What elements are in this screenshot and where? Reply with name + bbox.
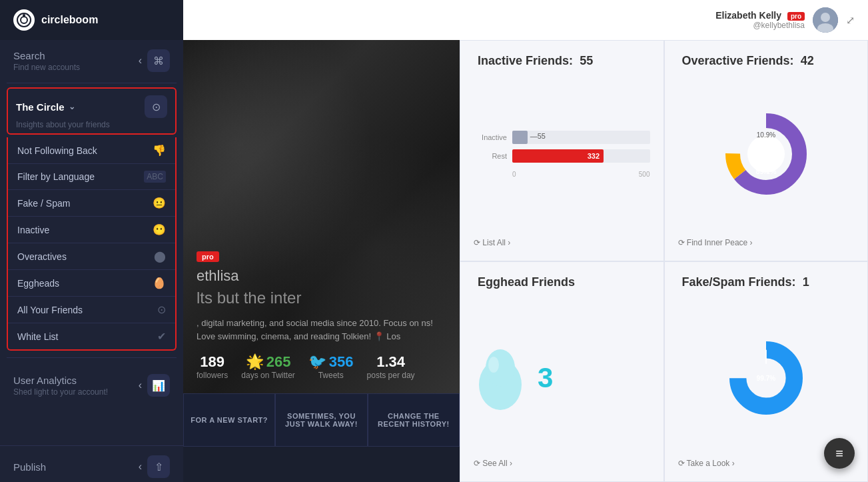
egg-svg — [474, 345, 527, 411]
analytics-action-btn[interactable]: 📊 — [147, 374, 170, 397]
fake-spam-donut-container: 99.7% — [678, 297, 855, 459]
all-friends-icon: ⊙ — [157, 303, 166, 316]
followers-count: 189 — [200, 353, 224, 371]
inactive-list-all-link[interactable]: ⟳ List All › — [474, 238, 650, 247]
stat-followers: 189 followers — [197, 353, 228, 380]
bar-track-rest: 332 — [512, 149, 650, 163]
search-title: Search — [13, 50, 80, 61]
the-circle-header[interactable]: The Circle ⌄ ⊙ — [16, 95, 167, 118]
bar-label-rest: Rest — [474, 152, 507, 160]
stat-posts-per-day: 1.34 posts per day — [367, 353, 415, 380]
eggheads-label: Eggheads — [17, 278, 59, 289]
overactives-icon: ⬤ — [154, 250, 166, 263]
search-action-btn[interactable]: ⌘ — [147, 49, 170, 72]
days-count: 🌟265 — [246, 353, 291, 371]
tweets-label: Tweets — [318, 371, 344, 380]
posts-per-day-count: 1.34 — [376, 353, 405, 371]
days-label: days on Twitter — [241, 371, 294, 380]
egghead-friends-title: Egghead Friends — [474, 275, 650, 289]
the-circle-title: The Circle ⌄ — [16, 101, 75, 113]
the-circle-settings-btn[interactable]: ⊙ — [145, 95, 167, 118]
promo-cards: FOR A NEW START? SOMETIMES, YOU JUST WAL… — [183, 393, 460, 447]
share-icon: ⌘ — [153, 55, 164, 67]
profile-pro-tag: pro — [197, 251, 219, 262]
expand-icon[interactable]: ⤢ — [846, 14, 855, 27]
bar-row-rest: Rest 332 — [474, 149, 650, 163]
not-following-back-label: Not Following Back — [17, 145, 97, 156]
eggheads-icon: 🥚 — [153, 277, 166, 289]
submenu-item-not-following-back[interactable]: Not Following Back 👎 — [8, 137, 175, 164]
filter-language-label: Filter by Language — [17, 171, 95, 182]
circle-settings-icon: ⊙ — [152, 101, 161, 113]
profile-panel: pro ethlisa lts but the inter , digital … — [183, 40, 460, 482]
stat-tweets: 🐦356 Tweets — [308, 353, 354, 380]
fake-spam-icon: 😐 — [153, 197, 166, 209]
promo-card-walk-away[interactable]: SOMETIMES, YOU JUST WALK AWAY! — [275, 393, 367, 447]
svg-text:89.1%: 89.1% — [755, 167, 776, 175]
overactives-label: Overactives — [17, 251, 67, 262]
submenu-item-eggheads[interactable]: Eggheads 🥚 — [8, 270, 175, 297]
analytics-header[interactable]: User Analytics Shed light to your accoun… — [13, 374, 170, 397]
search-subtitle: Find new accounts — [13, 63, 80, 72]
all-friends-label: All Your Friends — [17, 305, 83, 315]
promo-card-recent-history[interactable]: CHANGE THE RECENT HISTORY! — [368, 393, 460, 447]
svg-point-1 — [21, 17, 27, 23]
divider-2 — [7, 357, 177, 358]
analytics-subtitle: Shed light to your account! — [13, 387, 108, 397]
bar-row-inactive: Inactive —55 — [474, 131, 650, 144]
inactive-friends-panel: Inactive Friends: 55 Inactive —55 Rest — [460, 40, 664, 261]
submenu-item-white-list[interactable]: White List ✔ — [8, 323, 175, 349]
overactive-donut-chart: 10.9% 89.1% — [723, 111, 809, 197]
avatar — [813, 7, 838, 33]
search-section: Search Find new accounts ‹ ⌘ — [0, 40, 183, 79]
inactive-friends-title: Inactive Friends: 55 — [474, 54, 650, 68]
overactive-find-peace-link[interactable]: ⟳ Find Inner Peace › — [678, 238, 855, 247]
submenu-item-overactives[interactable]: Overactives ⬤ — [8, 243, 175, 270]
user-name: Elizabeth Kelly pro — [715, 10, 805, 21]
profile-tagline: lts but the inter — [197, 289, 301, 307]
promo-card-new-start[interactable]: FOR A NEW START? — [183, 393, 275, 447]
inactive-label: Inactive — [17, 225, 49, 235]
search-header[interactable]: Search Find new accounts ‹ ⌘ — [13, 49, 170, 72]
sidebar: circleboom Search Find new accounts ‹ ⌘ … — [0, 0, 183, 482]
submenu-item-fake-spam[interactable]: Fake / Spam 😐 — [8, 190, 175, 217]
analytics-title: User Analytics — [13, 375, 108, 386]
user-analytics-section: User Analytics Shed light to your accoun… — [0, 365, 183, 401]
overactive-donut-container: 10.9% 89.1% — [678, 76, 855, 233]
content-area: pro ethlisa lts but the inter , digital … — [183, 40, 868, 482]
egg-count: 3 — [538, 362, 553, 394]
logo-icon — [13, 9, 35, 31]
white-list-label: White List — [17, 331, 58, 342]
bar-fill-rest: 332 — [512, 149, 604, 163]
user-handle: @kellybethlisa — [715, 21, 805, 30]
profile-username: ethlisa — [197, 267, 239, 285]
filter-language-icon: ABC — [144, 171, 166, 183]
pro-badge: pro — [787, 12, 805, 21]
publish-icon: ⇧ — [155, 461, 163, 473]
stats-panels: Inactive Friends: 55 Inactive —55 Rest — [460, 40, 868, 482]
bar-fill-inactive — [512, 131, 528, 144]
topbar: Elizabeth Kelly pro @kellybethlisa ⤢ — [183, 0, 868, 40]
search-chevron: ‹ — [139, 55, 142, 67]
chart-axis: 0 500 — [474, 171, 650, 178]
fab-button[interactable]: ≡ — [824, 438, 855, 469]
bar-label-inactive: Inactive — [474, 133, 507, 141]
analytics-chevron: ‹ — [139, 379, 142, 391]
the-circle-section: The Circle ⌄ ⊙ Insights about your frien… — [7, 87, 177, 135]
followers-label: followers — [197, 371, 228, 380]
logo-text: circleboom — [41, 14, 98, 26]
publish-header[interactable]: Publish ‹ ⇧ — [13, 455, 170, 478]
inactive-bar-chart: Inactive —55 Rest 332 0 — [474, 76, 650, 233]
svg-point-4 — [821, 13, 830, 22]
submenu-item-all-friends[interactable]: All Your Friends ⊙ — [8, 297, 175, 323]
egghead-see-all-link[interactable]: ⟳ See All › — [474, 459, 650, 468]
submenu-item-inactive[interactable]: Inactive 😶 — [8, 217, 175, 243]
svg-point-2 — [23, 14, 25, 17]
publish-action-btn[interactable]: ⇧ — [147, 455, 170, 478]
the-circle-submenu: Not Following Back 👎 Filter by Language … — [7, 137, 177, 351]
submenu-item-filter-language[interactable]: Filter by Language ABC — [8, 164, 175, 190]
egghead-friends-panel: Egghead Friends 3 ⟳ See All › — [460, 261, 664, 483]
profile-stats: 189 followers 🌟265 days on Twitter 🐦356 — [197, 353, 415, 380]
tweets-count: 🐦356 — [308, 353, 354, 371]
profile-bg: pro ethlisa lts but the inter , digital … — [183, 40, 460, 393]
